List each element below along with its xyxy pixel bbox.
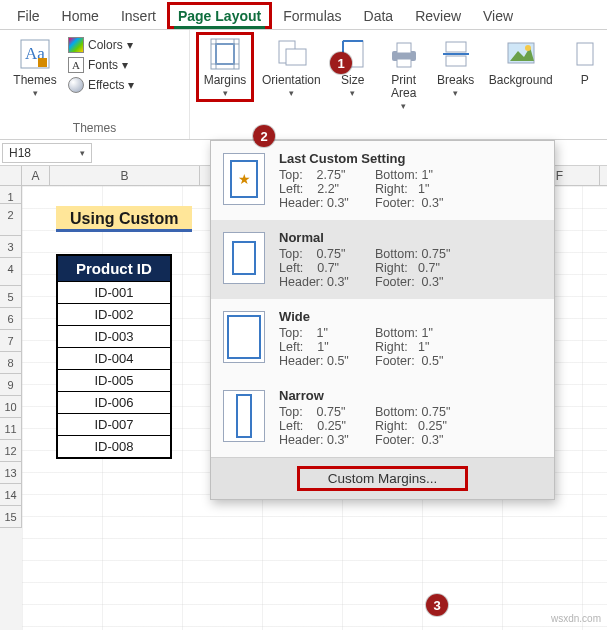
svg-point-22	[525, 45, 531, 51]
row-header[interactable]: 12	[0, 440, 22, 462]
background-button[interactable]: Background	[483, 32, 559, 91]
effects-button[interactable]: Effects ▾	[66, 76, 136, 94]
table-cell[interactable]: ID-005	[57, 370, 171, 392]
row-header[interactable]: 6	[0, 308, 22, 330]
margins-option-last-custom[interactable]: ★ Last Custom Setting Top: 2.75"Bottom: …	[211, 141, 554, 220]
option-title: Normal	[279, 230, 540, 245]
name-box-value: H18	[9, 146, 31, 160]
background-label: Background	[489, 74, 553, 87]
print-area-label: Print Area	[391, 74, 416, 100]
table-cell[interactable]: ID-003	[57, 326, 171, 348]
option-title: Narrow	[279, 388, 540, 403]
chevron-down-icon: ▾	[127, 38, 133, 52]
breaks-icon	[439, 37, 473, 71]
row-header[interactable]: 13	[0, 462, 22, 484]
row-headers: 1 2 3 4 5 6 7 8 9 10 11 12 13 14 15	[0, 186, 22, 630]
margins-option-wide[interactable]: Wide Top: 1"Bottom: 1" Left: 1"Right: 1"…	[211, 299, 554, 378]
tab-page-layout[interactable]: Page Layout	[167, 2, 272, 29]
row-header[interactable]: 4	[0, 258, 22, 286]
table-cell[interactable]: ID-001	[57, 282, 171, 304]
margins-dropdown: ★ Last Custom Setting Top: 2.75"Bottom: …	[210, 140, 555, 500]
row-header[interactable]: 2	[0, 204, 22, 236]
margins-icon	[208, 37, 242, 71]
row-header[interactable]: 8	[0, 352, 22, 374]
option-title: Last Custom Setting	[279, 151, 540, 166]
ribbon-tabs: File Home Insert Page Layout Formulas Da…	[0, 0, 607, 30]
margins-option-normal[interactable]: Normal Top: 0.75"Bottom: 0.75" Left: 0.7…	[211, 220, 554, 299]
tab-data[interactable]: Data	[353, 2, 405, 29]
table-cell[interactable]: ID-007	[57, 414, 171, 436]
tab-home[interactable]: Home	[51, 2, 110, 29]
chevron-down-icon: ▾	[122, 58, 128, 72]
row-header[interactable]: 14	[0, 484, 22, 506]
fonts-button[interactable]: A Fonts ▾	[66, 56, 136, 74]
orientation-icon	[274, 37, 308, 71]
print-area-button[interactable]: Print Area ▾	[379, 32, 429, 115]
row-header[interactable]: 11	[0, 418, 22, 440]
tab-review[interactable]: Review	[404, 2, 472, 29]
svg-rect-17	[446, 42, 466, 52]
table-cell[interactable]: ID-002	[57, 304, 171, 326]
svg-rect-10	[286, 49, 306, 65]
chevron-down-icon: ▾	[223, 89, 228, 98]
margin-preview-icon	[223, 390, 265, 442]
colors-label: Colors	[88, 38, 123, 52]
tab-insert[interactable]: Insert	[110, 2, 167, 29]
custom-margins-menu-item[interactable]: Custom Margins...	[297, 466, 469, 491]
callout-3: 3	[426, 594, 448, 616]
margin-preview-icon: ★	[223, 153, 265, 205]
ribbon: Aa Themes ▾ Colors ▾ A Fonts ▾	[0, 30, 607, 140]
table-cell[interactable]: ID-008	[57, 436, 171, 459]
name-box[interactable]: H18 ▾	[2, 143, 92, 163]
watermark: wsxdn.com	[551, 613, 601, 624]
margins-button[interactable]: Margins ▾	[196, 32, 254, 102]
orientation-button[interactable]: Orientation ▾	[256, 32, 327, 102]
background-icon	[504, 37, 538, 71]
callout-1: 1	[330, 52, 352, 74]
effects-icon	[68, 77, 84, 93]
margins-option-narrow[interactable]: Narrow Top: 0.75"Bottom: 0.75" Left: 0.2…	[211, 378, 554, 457]
chevron-down-icon: ▾	[289, 89, 294, 98]
print-titles-button[interactable]: P	[561, 32, 607, 91]
chevron-down-icon: ▾	[350, 89, 355, 98]
breaks-button[interactable]: Breaks ▾	[431, 32, 481, 102]
option-title: Wide	[279, 309, 540, 324]
margins-label: Margins	[204, 74, 247, 87]
table-cell[interactable]: ID-004	[57, 348, 171, 370]
chevron-down-icon: ▾	[128, 78, 134, 92]
row-header[interactable]: 10	[0, 396, 22, 418]
svg-rect-18	[446, 56, 466, 66]
row-header[interactable]: 3	[0, 236, 22, 258]
tab-file[interactable]: File	[6, 2, 51, 29]
colors-button[interactable]: Colors ▾	[66, 36, 136, 54]
row-header[interactable]: 9	[0, 374, 22, 396]
chevron-down-icon: ▾	[33, 89, 38, 98]
chevron-down-icon[interactable]: ▾	[80, 148, 85, 158]
tab-view[interactable]: View	[472, 2, 524, 29]
row-header[interactable]: 1	[0, 186, 22, 204]
select-all-triangle[interactable]	[0, 166, 22, 185]
tab-formulas[interactable]: Formulas	[272, 2, 352, 29]
row-header[interactable]: 7	[0, 330, 22, 352]
svg-rect-15	[397, 43, 411, 53]
table-header: Product ID	[57, 255, 171, 282]
chevron-down-icon: ▾	[401, 102, 406, 111]
colors-icon	[68, 37, 84, 53]
col-header-b[interactable]: B	[50, 166, 200, 185]
size-label: Size	[341, 74, 364, 87]
themes-label: Themes	[13, 74, 56, 87]
chevron-down-icon: ▾	[453, 89, 458, 98]
callout-2: 2	[253, 125, 275, 147]
fonts-icon: A	[68, 57, 84, 73]
svg-rect-23	[577, 43, 593, 65]
col-header-a[interactable]: A	[22, 166, 50, 185]
themes-button[interactable]: Aa Themes ▾	[6, 32, 64, 102]
orientation-label: Orientation	[262, 74, 321, 87]
row-header[interactable]: 15	[0, 506, 22, 528]
breaks-label: Breaks	[437, 74, 474, 87]
margin-preview-icon	[223, 311, 265, 363]
row-header[interactable]: 5	[0, 286, 22, 308]
margins-custom-row[interactable]: Custom Margins...	[211, 457, 554, 499]
svg-rect-2	[38, 58, 47, 67]
table-cell[interactable]: ID-006	[57, 392, 171, 414]
